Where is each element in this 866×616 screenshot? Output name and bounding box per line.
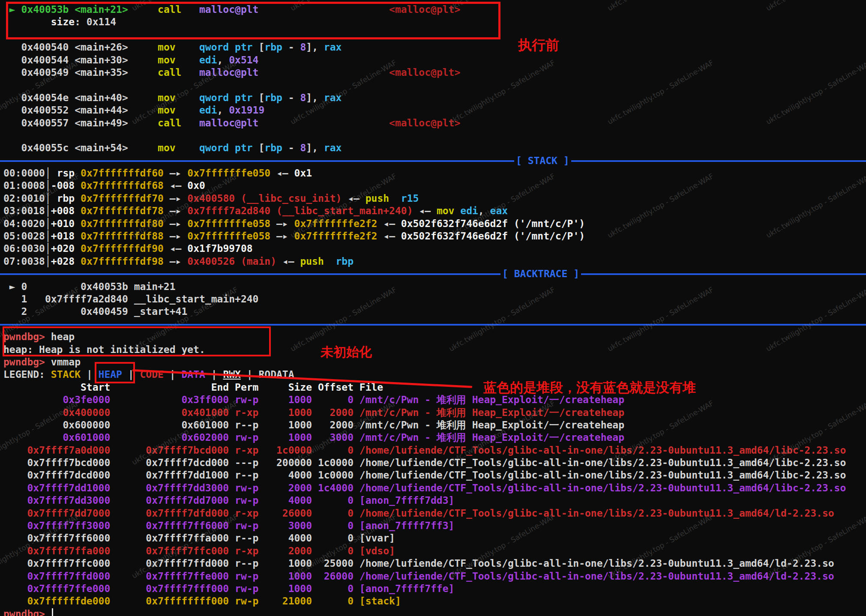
text-segment: qword ptr xyxy=(199,92,258,103)
text-segment: 8 xyxy=(300,42,306,53)
text-segment: call xyxy=(158,67,181,78)
text-segment: 0x1 xyxy=(294,167,312,179)
text-segment: qword ptr xyxy=(199,42,258,53)
text-segment xyxy=(176,42,199,53)
text-segment: 0x7fffffffdf90 xyxy=(81,243,164,254)
text-segment: rbp xyxy=(264,92,282,103)
separator: [ BACKTRACE ] xyxy=(3,268,846,280)
text-segment: ◂— xyxy=(377,230,401,242)
text-segment: RWX xyxy=(223,369,241,380)
vmmap-row: 0x7ffff7ffa000 0x7ffff7ffc000 r-xp 2000 … xyxy=(3,545,846,557)
text-segment: —▸ xyxy=(164,230,187,242)
text-segment: 0x7fffffffe2f2 xyxy=(294,218,378,229)
pwndbg-terminal: ► 0x40053b <main+21> call malloc@plt <ma… xyxy=(0,0,866,616)
text-segment: ◂— xyxy=(270,167,294,179)
separator-rule xyxy=(0,160,866,162)
text-segment: , xyxy=(217,105,229,116)
text-segment: rbp xyxy=(336,256,354,267)
vmmap-text: 0x7ffff7ff3000 0x7ffff7ff6000 rw-p 3000 … xyxy=(3,520,454,531)
text-segment: malloc@plt xyxy=(199,67,258,78)
text-segment: 0x514 xyxy=(229,54,258,66)
text-segment: 00:0000│ xyxy=(3,167,51,179)
terminal-line: 05:0028│+018 0x7fffffffdf88 —▸ 0x7ffffff… xyxy=(3,230,846,242)
text-segment: RODATA xyxy=(258,369,294,380)
text-segment: —▸ xyxy=(164,193,187,204)
text-segment: qword ptr xyxy=(199,142,258,153)
text-segment xyxy=(181,4,199,15)
separator: [ STACK ] xyxy=(3,155,846,167)
text-segment: [ xyxy=(258,42,264,53)
text-segment: 01:0008│ xyxy=(3,180,51,191)
vmmap-text: 0x7ffff7ff6000 0x7ffff7ffa000 r--p 4000 … xyxy=(3,532,395,544)
text-segment: +008 xyxy=(51,205,81,216)
text-segment: | xyxy=(241,369,259,380)
terminal-cursor[interactable] xyxy=(52,608,53,616)
vmmap-row: 0x7ffff7ffc000 0x7ffff7ffd000 r--p 1000 … xyxy=(3,557,846,570)
text-segment xyxy=(128,142,158,153)
text-segment xyxy=(128,4,158,15)
text-segment: mov xyxy=(158,142,176,153)
text-segment: 06:0030│ xyxy=(3,243,51,254)
text-segment: rax xyxy=(324,142,342,153)
text-segment: +010 xyxy=(51,218,81,229)
text-segment: pwndbg> xyxy=(3,608,51,616)
vmmap-text: 0x7ffff7ffd000 0x7ffff7ffe000 rw-p 1000 … xyxy=(3,571,834,582)
vmmap-row: 0x7ffff7dcd000 0x7ffff7dd1000 r--p 4000 … xyxy=(3,469,846,481)
text-segment: rsp xyxy=(51,167,81,179)
text-segment: [ xyxy=(258,142,264,153)
text-segment: —▸ xyxy=(164,205,187,216)
text-segment: 0x7fffffffdf80 xyxy=(81,218,164,229)
text-segment: 05:0028│ xyxy=(3,230,51,242)
vmmap-text: 0x7ffff7bcd000 0x7ffff7dcd000 ---p 20000… xyxy=(3,457,846,468)
vmmap-text: 0x7ffff7dd7000 0x7ffff7dfd000 r-xp 26000… xyxy=(3,508,834,519)
terminal-line: pwndbg> heap xyxy=(3,331,846,343)
text-segment: heap xyxy=(51,331,75,342)
vmmap-text: 0x7ffff7ffa000 0x7ffff7ffc000 r-xp 2000 … xyxy=(3,545,395,556)
vmmap-text: 0x7ffffffde000 0x7ffffffff000 rw-p 21000… xyxy=(3,595,401,607)
separator-label-stack: [ STACK ] xyxy=(514,155,571,167)
command-input-line[interactable]: pwndbg> xyxy=(3,608,846,616)
text-segment: —▸ xyxy=(270,218,294,229)
terminal-line: 06:0030│+020 0x7fffffffdf90 ◂— 0x1f7b997… xyxy=(3,242,846,255)
text-segment: - xyxy=(282,92,300,103)
separator-label-backtrace: [ BACKTRACE ] xyxy=(500,268,581,280)
text-segment xyxy=(389,193,401,204)
text-segment: 0x400540 <main+26> xyxy=(3,42,128,53)
text-segment: eax xyxy=(490,205,508,216)
text-segment: -008 xyxy=(51,180,81,191)
vmmap-text: 0x7ffff7dd3000 0x7ffff7dd7000 rw-p 4000 … xyxy=(3,495,454,506)
text-segment: | xyxy=(205,369,223,380)
terminal-line: 0x400552 <main+44> mov edi, 0x1919 xyxy=(3,104,846,117)
text-segment: +018 xyxy=(51,230,81,242)
text-segment xyxy=(128,67,158,78)
text-segment: HEAP xyxy=(99,369,122,380)
text-segment: 0x40054e <main+40> xyxy=(3,92,128,103)
terminal-line xyxy=(3,29,846,41)
text-segment: 0x502f632f746e6d2f ('/mnt/c/P') xyxy=(401,230,585,242)
text-segment: ◂— xyxy=(342,193,365,204)
terminal-line: 04:0020│+010 0x7fffffffdf80 —▸ 0x7ffffff… xyxy=(3,218,846,230)
text-segment: LEGEND: xyxy=(3,369,51,380)
separator-rule xyxy=(0,273,866,275)
text-segment: 0x7fffffffe2f2 xyxy=(294,230,378,242)
text-segment xyxy=(258,67,389,78)
text-segment: edi xyxy=(199,105,217,116)
text-segment xyxy=(128,92,158,103)
vmmap-row: 0x600000 0x601000 r--p 1000 2000 /mnt/c/… xyxy=(3,419,846,431)
text-segment xyxy=(176,142,199,153)
vmmap-text: 0x7ffff7dd1000 0x7ffff7dd3000 rw-p 2000 … xyxy=(3,482,846,493)
text-segment: 0x7fffffffe058 xyxy=(187,230,270,242)
text-segment xyxy=(181,117,199,129)
terminal-output[interactable]: ► 0x40053b <main+21> call malloc@plt <ma… xyxy=(3,3,846,616)
text-segment: —▸ xyxy=(164,167,187,179)
text-segment: DATA xyxy=(181,369,205,380)
text-segment: 0x7fffffffdf88 xyxy=(81,230,164,242)
text-segment xyxy=(128,117,158,129)
terminal-line: 0x400557 <main+49> call malloc@plt <mall… xyxy=(3,117,846,129)
text-segment: rbp xyxy=(51,193,81,204)
text-segment: | xyxy=(122,369,140,380)
vmmap-row: 0x7ffff7a0d000 0x7ffff7bcd000 r-xp 1c000… xyxy=(3,444,846,457)
vmmap-row: 0x7ffff7bcd000 0x7ffff7dcd000 ---p 20000… xyxy=(3,457,846,469)
text-segment: 0x502f632f746e6d2f ('/mnt/c/P') xyxy=(401,218,585,229)
text-segment: 0x7ffff7a2d840 (__libc_start_main+240) xyxy=(187,205,413,216)
